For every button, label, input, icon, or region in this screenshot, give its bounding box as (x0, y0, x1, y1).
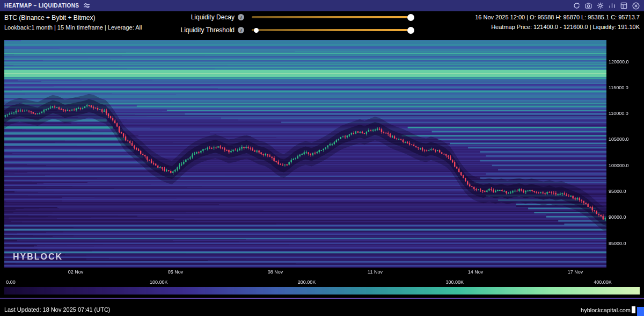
slider-track[interactable] (252, 16, 411, 18)
corner-accent (637, 307, 644, 316)
info-icon[interactable]: i (238, 14, 244, 20)
liquidity-threshold-slider[interactable] (252, 26, 411, 34)
liquidity-decay-label: Liquidity Decay (167, 13, 235, 21)
watermark: HYBLOCK (13, 252, 63, 262)
colorbar-tick-label: 300.00K (438, 279, 471, 285)
y-tick-label: 100000.0 (609, 163, 629, 168)
app-window: HEATMAP – LIQUIDATIONS BTC (Binance + By… (0, 0, 644, 316)
heatmap-price-readout: Heatmap Price: 121400.0 - 121600.0 | Liq… (475, 23, 640, 31)
ohlc-info: 16 Nov 2025 12:00 | O: 95588 H: 95870 L:… (475, 13, 640, 31)
slider-track[interactable] (252, 29, 411, 31)
last-updated-text: Last Updated: 18 Nov 2025 07:41 (UTC) (4, 306, 111, 313)
refresh-icon[interactable] (573, 2, 580, 9)
title-bar-actions (573, 2, 640, 10)
x-tick-label: 17 Nov (562, 269, 589, 275)
y-tick-label: 95000.0 (609, 189, 626, 194)
site-link-wrap: hyblockcapital.com (581, 306, 635, 313)
footer-divider (0, 298, 644, 299)
camera-icon[interactable] (585, 2, 592, 9)
x-tick-label: 05 Nov (162, 269, 189, 275)
chart-header: BTC (Binance + Bybit + Bitmex) Lookback:… (0, 11, 644, 38)
liquidity-decay-slider[interactable] (252, 13, 411, 21)
x-tick-label: 08 Nov (262, 269, 289, 275)
sliders-icon[interactable] (83, 2, 90, 9)
ohlc-readout: 16 Nov 2025 12:00 | O: 95588 H: 95870 L:… (475, 13, 640, 21)
close-icon[interactable] (632, 2, 640, 10)
x-tick-label: 11 Nov (362, 269, 389, 275)
liquidity-threshold-row: Liquidity Threshold i (167, 24, 411, 36)
text-cursor (632, 306, 635, 313)
indicators-icon[interactable] (609, 2, 616, 9)
y-tick-label: 110000.0 (609, 111, 628, 116)
footer-bar: Last Updated: 18 Nov 2025 07:41 (UTC) hy… (0, 299, 644, 316)
liquidity-decay-row: Liquidity Decay i (167, 11, 411, 23)
gear-icon[interactable] (597, 2, 604, 9)
x-tick-label: 14 Nov (462, 269, 489, 275)
layout-icon[interactable] (620, 2, 627, 9)
title-bar: HEATMAP – LIQUIDATIONS (0, 0, 644, 11)
liquidity-threshold-label: Liquidity Threshold (167, 26, 235, 34)
y-tick-label: 115000.0 (609, 85, 628, 90)
colorbar-tick-label: 200.00K (291, 279, 323, 285)
heatmap-canvas[interactable] (4, 40, 606, 268)
instrument-info: BTC (Binance + Bybit + Bitmex) Lookback:… (4, 13, 142, 32)
y-tick-label: 85000.0 (609, 241, 626, 246)
x-tick-label: 02 Nov (62, 269, 89, 275)
y-tick-label: 120000.0 (609, 59, 629, 64)
slider-handle[interactable] (407, 27, 414, 34)
info-icon[interactable]: i (238, 27, 244, 33)
window-title: HEATMAP – LIQUIDATIONS (4, 3, 79, 9)
colorbar (4, 287, 640, 295)
slider-handle[interactable] (407, 14, 414, 21)
title-bar-left: HEATMAP – LIQUIDATIONS (4, 2, 90, 9)
instrument-title: BTC (Binance + Bybit + Bitmex) (4, 13, 142, 22)
y-tick-label: 105000.0 (609, 137, 629, 142)
colorbar-tick-label: 0.00 (0, 279, 27, 285)
y-tick-label: 90000.0 (609, 214, 626, 220)
lookback-settings: Lookback:1 month | 15 Min timeframe | Le… (4, 24, 142, 32)
colorbar-tick-label: 400.00K (587, 279, 619, 285)
colorbar-tick-label: 100.00K (143, 279, 175, 285)
site-link[interactable]: hyblockcapital.com (581, 307, 631, 313)
slider-handle[interactable] (254, 28, 259, 33)
